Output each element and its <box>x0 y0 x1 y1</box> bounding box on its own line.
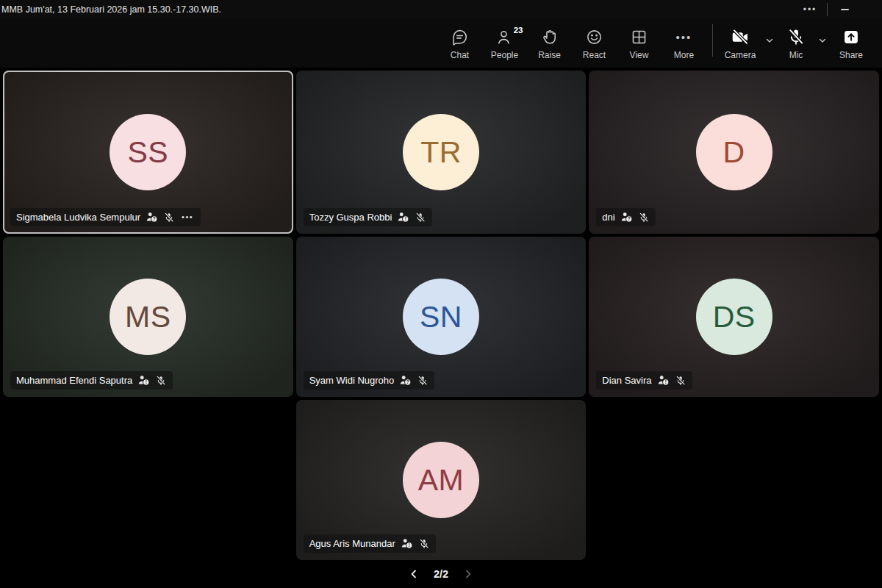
participant-tile[interactable]: AM Agus Aris Munandar ! <box>296 400 587 560</box>
share-label: Share <box>839 51 863 60</box>
smiley-icon <box>585 28 604 47</box>
participant-tile[interactable]: MS Muhammad Efendi Saputra ! <box>3 237 293 397</box>
meeting-title: MMB Jum'at, 13 Februari 2026 jam 15.30.-… <box>1 4 221 15</box>
person-role-badge-icon: ? <box>399 374 412 387</box>
mic-label: Mic <box>789 51 803 60</box>
view-button[interactable]: View <box>617 21 662 65</box>
view-label: View <box>630 51 649 60</box>
participant-name: Tozzy Guspa Robbi <box>309 212 392 223</box>
people-label: People <box>491 51 518 60</box>
participant-tile[interactable]: TR Tozzy Guspa Robbi ! <box>296 71 587 234</box>
mic-muted-icon <box>417 375 429 387</box>
avatar: SN <box>403 279 479 355</box>
avatar: DS <box>696 279 772 355</box>
avatar: TR <box>403 114 479 190</box>
window-minimize-button[interactable] <box>828 0 861 19</box>
name-pill: dni ? <box>596 208 655 226</box>
chevron-down-icon <box>765 36 774 45</box>
name-pill: Syam Widi Nugroho ? <box>304 371 435 390</box>
mic-button[interactable]: Mic <box>778 21 814 65</box>
camera-options-chevron[interactable] <box>761 26 778 55</box>
participant-name: Sigmabela Ludvika Sempulur <box>16 212 140 223</box>
mic-muted-icon <box>638 212 650 223</box>
svg-text:!: ! <box>664 379 666 384</box>
participant-name: Dian Savira <box>602 375 651 386</box>
person-role-badge-icon: ? <box>146 211 158 223</box>
participant-tile[interactable]: DS Dian Savira ! <box>589 237 879 397</box>
minimize-icon <box>841 9 849 10</box>
camera-off-icon <box>731 28 750 47</box>
mic-muted-icon <box>675 375 686 387</box>
more-label: More <box>674 51 694 60</box>
name-pill: Muhammad Efendi Saputra ! <box>10 371 173 390</box>
avatar: AM <box>403 442 479 518</box>
person-role-badge-icon: ? <box>620 211 633 223</box>
chat-label: Chat <box>451 51 469 60</box>
next-page-button[interactable] <box>460 566 476 582</box>
chevron-right-icon <box>463 569 473 579</box>
person-role-badge-icon: ! <box>657 374 670 387</box>
page-indicator: 2/2 <box>434 568 448 580</box>
person-role-badge-icon: ! <box>401 537 413 550</box>
participant-name: Agus Aris Munandar <box>309 538 395 549</box>
gallery-pagination: 2/2 <box>0 564 882 584</box>
name-pill: Dian Savira ! <box>596 371 692 390</box>
raise-hand-button[interactable]: Raise <box>527 21 572 65</box>
tile-more-button[interactable]: ••• <box>180 213 195 221</box>
mic-options-chevron[interactable] <box>814 26 831 55</box>
svg-text:!: ! <box>408 542 409 548</box>
participant-name: dni <box>602 212 614 223</box>
name-pill: Agus Aris Munandar ! <box>304 534 436 553</box>
svg-text:!: ! <box>146 379 147 384</box>
participant-tile[interactable]: D dni ? <box>589 71 879 234</box>
mic-off-icon <box>786 28 806 47</box>
previous-page-button[interactable] <box>406 566 422 582</box>
camera-label: Camera <box>725 51 756 60</box>
person-role-badge-icon: ! <box>397 211 409 223</box>
chat-icon <box>451 28 470 47</box>
svg-text:?: ? <box>627 216 630 221</box>
toolbar-divider <box>712 24 713 57</box>
share-screen-icon <box>842 28 861 47</box>
participant-tile[interactable]: SN Syam Widi Nugroho ? <box>296 237 587 397</box>
grid-view-icon <box>630 28 649 47</box>
people-icon: 23 <box>495 28 514 47</box>
people-button[interactable]: 23 People <box>482 21 527 65</box>
svg-text:?: ? <box>406 379 409 384</box>
more-button[interactable]: ••• More <box>662 21 706 65</box>
react-button[interactable]: React <box>572 21 617 65</box>
window-more-button[interactable]: ••• <box>793 0 827 19</box>
name-pill: Sigmabela Ludvika Sempulur ? ••• <box>10 208 201 226</box>
participant-grid: SS Sigmabela Ludvika Sempulur ? <box>3 71 879 560</box>
chevron-left-icon <box>409 569 419 579</box>
name-pill: Tozzy Guspa Robbi ! <box>304 208 433 226</box>
chevron-down-icon <box>818 36 827 45</box>
participant-name: Muhammad Efendi Saputra <box>16 375 132 386</box>
mic-muted-icon <box>163 212 175 223</box>
participant-name: Syam Widi Nugroho <box>309 375 395 386</box>
share-button[interactable]: Share <box>831 21 872 65</box>
svg-text:?: ? <box>153 216 156 221</box>
people-count-badge: 23 <box>514 26 523 35</box>
mic-muted-icon <box>155 375 167 387</box>
react-label: React <box>583 51 606 60</box>
chat-button[interactable]: Chat <box>437 21 482 65</box>
participant-tile[interactable]: SS Sigmabela Ludvika Sempulur ? <box>3 71 293 234</box>
raised-hand-icon <box>540 28 559 47</box>
avatar: MS <box>110 279 186 355</box>
avatar: D <box>696 114 772 190</box>
ellipsis-icon: ••• <box>803 5 817 14</box>
raise-label: Raise <box>538 51 561 60</box>
window-titlebar: MMB Jum'at, 13 Februari 2026 jam 15.30.-… <box>0 0 882 19</box>
avatar: SS <box>110 114 186 190</box>
person-role-badge-icon: ! <box>137 374 150 387</box>
meeting-toolbar: Chat 23 People Raise React <box>0 19 882 68</box>
mic-muted-icon <box>418 538 430 550</box>
svg-text:!: ! <box>405 216 406 221</box>
more-ellipsis-icon: ••• <box>675 28 694 47</box>
camera-button[interactable]: Camera <box>719 21 761 65</box>
mic-muted-icon <box>415 212 426 223</box>
